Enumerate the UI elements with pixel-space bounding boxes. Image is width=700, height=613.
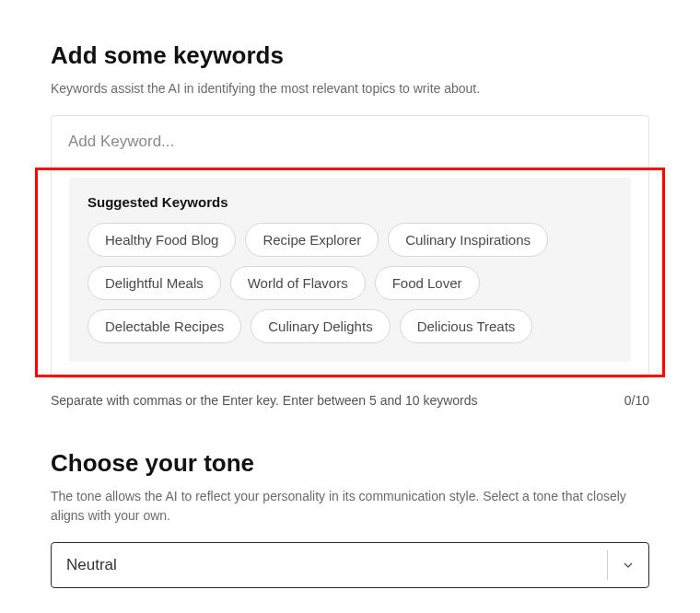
suggested-keyword-chip[interactable]: World of Flavors bbox=[230, 266, 366, 300]
keywords-title: Add some keywords bbox=[51, 41, 649, 70]
suggested-keywords-list: Healthy Food Blog Recipe Explorer Culina… bbox=[88, 223, 612, 343]
keyword-panel: Suggested Keywords Healthy Food Blog Rec… bbox=[51, 115, 649, 378]
keywords-hint-row: Separate with commas or the Enter key. E… bbox=[51, 393, 649, 408]
suggested-keyword-chip[interactable]: Delightful Meals bbox=[88, 266, 221, 300]
suggested-keyword-chip[interactable]: Delicious Treats bbox=[400, 309, 533, 343]
suggested-keywords-title: Suggested Keywords bbox=[88, 194, 612, 210]
keywords-counter: 0/10 bbox=[624, 393, 649, 408]
tone-section: Choose your tone The tone allows the AI … bbox=[51, 449, 649, 588]
tone-select[interactable]: Neutral bbox=[51, 542, 649, 588]
keyword-input[interactable] bbox=[52, 116, 648, 168]
chevron-down-icon[interactable] bbox=[608, 543, 648, 587]
suggested-keywords-box: Suggested Keywords Healthy Food Blog Rec… bbox=[69, 178, 631, 362]
suggested-keyword-chip[interactable]: Food Lover bbox=[375, 266, 480, 300]
tone-selected-value: Neutral bbox=[52, 543, 607, 587]
suggested-keyword-chip[interactable]: Recipe Explorer bbox=[245, 223, 379, 257]
suggested-keyword-chip[interactable]: Delectable Recipes bbox=[88, 309, 241, 343]
tone-subtitle: The tone allows the AI to reflect your p… bbox=[51, 487, 649, 526]
suggested-keyword-chip[interactable]: Healthy Food Blog bbox=[88, 223, 236, 257]
highlight-annotation: Suggested Keywords Healthy Food Blog Rec… bbox=[35, 168, 665, 377]
keywords-hint-text: Separate with commas or the Enter key. E… bbox=[51, 393, 478, 408]
suggested-keyword-chip[interactable]: Culinary Delights bbox=[251, 309, 390, 343]
keywords-section: Add some keywords Keywords assist the AI… bbox=[51, 41, 649, 408]
tone-title: Choose your tone bbox=[51, 449, 649, 478]
keywords-subtitle: Keywords assist the AI in identifying th… bbox=[51, 79, 649, 98]
suggested-keyword-chip[interactable]: Culinary Inspirations bbox=[388, 223, 548, 257]
